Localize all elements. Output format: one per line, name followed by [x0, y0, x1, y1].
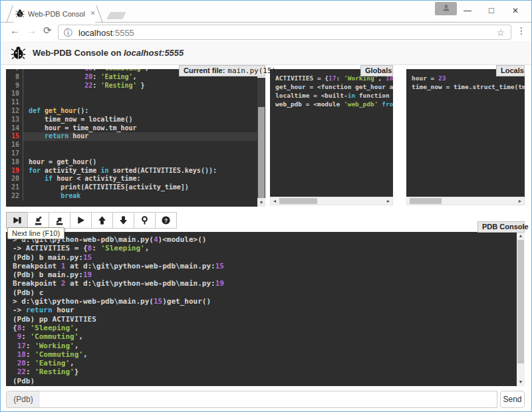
pdb-console-label: PDB Console — [477, 221, 525, 233]
scroll-down-icon[interactable]: ▼ — [257, 198, 265, 207]
code-text: def get_hour(): — [23, 107, 257, 116]
console-scrollbar[interactable]: ▲ ▼ — [517, 232, 525, 386]
code-text — [23, 141, 257, 150]
code-text: for activity_time in sorted(ACTIVITIES.k… — [23, 167, 257, 175]
reload-icon[interactable]: ⟳ — [43, 25, 52, 37]
step-into-button[interactable] — [27, 212, 49, 229]
locals-hscrollbar[interactable]: ◄ ► — [406, 197, 525, 205]
browser-toolbar: ← → ⟳ ⓘ localhost:5555 ☆ ⋮ — [1, 23, 531, 41]
code-lines: 7 18: 'Commuting',8 20: 'Eating',9 22: '… — [6, 69, 257, 201]
next-line-icon — [12, 215, 22, 225]
new-tab-button[interactable] — [106, 12, 126, 19]
address-bar[interactable]: ⓘ localhost:5555 ☆ — [58, 25, 511, 40]
code-line: 12def get_hour(): — [6, 107, 257, 116]
step-out-icon — [55, 215, 65, 225]
back-icon[interactable]: ← — [10, 25, 20, 36]
output-line: 9: 'Commuting', — [13, 332, 518, 341]
code-text — [23, 90, 257, 98]
line-number: 10 — [6, 90, 23, 98]
code-line: 13 time_now = localtime() — [6, 116, 257, 124]
minimize-button[interactable]: — — [456, 1, 479, 21]
browser-window: Web-PDB Console on loc × — □ ✕ ← → ⟳ ⓘ l… — [0, 0, 532, 412]
current-file-label: Current file:main.py(15) — [179, 65, 265, 76]
code-line: 17 — [6, 150, 257, 158]
help-icon: ? — [161, 215, 171, 225]
code-line: 19for activity_time in sorted(ACTIVITIES… — [6, 167, 257, 175]
maximize-button[interactable]: □ — [479, 1, 503, 21]
code-scrollbar[interactable]: ▲ ▼ — [257, 69, 265, 207]
svg-text:?: ? — [164, 217, 168, 224]
line-number: 18 — [6, 158, 23, 167]
tab-title: Web-PDB Console on loc — [28, 10, 85, 18]
app-header: Web-PDB Console on localhost:5555 — [1, 41, 531, 65]
code-scrollbar-thumb[interactable] — [258, 107, 265, 199]
output-line: time_now = time.struct_time(tm_yea — [412, 82, 519, 91]
pin-icon — [140, 215, 150, 225]
code-line: 20 if hour < activity_time: — [6, 175, 257, 183]
bookmark-star-icon[interactable]: ☆ — [496, 27, 505, 38]
globals-hscrollbar[interactable]: ◄ ► — [270, 197, 393, 205]
code-text: hour = get_hour() — [23, 158, 257, 167]
scroll-left-icon[interactable]: ◄ — [271, 197, 279, 205]
output-line: Breakpoint 1 at d:\git\python-web-pdb\ma… — [13, 262, 518, 270]
line-number: 22 — [6, 192, 23, 201]
breakpoint-line-number: 15 — [6, 132, 23, 141]
help-button[interactable]: ? — [155, 212, 177, 229]
line-number: 14 — [6, 124, 23, 133]
output-line: -> return hour — [13, 306, 518, 314]
output-line: 17: 'Working', — [13, 342, 518, 350]
pdb-prompt-addon: (Pdb) — [6, 391, 41, 408]
scroll-right-icon[interactable]: ► — [516, 197, 524, 205]
output-line: (Pdb) pp ACTIVITIES — [13, 315, 518, 324]
code-text — [23, 150, 257, 158]
window-controls: — □ ✕ — [456, 1, 527, 21]
code-text: time_now = localtime() — [23, 116, 257, 124]
return-button[interactable] — [49, 212, 70, 229]
up-button[interactable] — [91, 212, 113, 229]
continue-button[interactable] — [70, 212, 92, 229]
command-input[interactable] — [40, 391, 497, 408]
globals-panel: ACTIVITIES = {17: 'Working', 18: 'get_ho… — [270, 69, 393, 197]
next-line-button[interactable] — [6, 212, 28, 229]
code-line: 10 — [6, 90, 257, 98]
browser-menu-icon[interactable]: ⋮ — [517, 25, 526, 36]
down-button[interactable] — [112, 212, 134, 229]
tab-close-icon[interactable]: × — [90, 9, 95, 18]
forward-icon[interactable]: → — [27, 25, 37, 36]
url-port: :5555 — [112, 28, 134, 38]
line-number: 13 — [6, 116, 23, 124]
scroll-down-icon[interactable]: ▼ — [517, 378, 525, 386]
where-button[interactable] — [134, 212, 156, 229]
code-text: return hour — [23, 132, 257, 141]
locals-scrollbar-thumb[interactable] — [410, 198, 442, 204]
send-button[interactable]: Send — [500, 391, 525, 408]
output-line: > d:\git\python-web-pdb\main.py(15)get_h… — [13, 297, 518, 306]
profile-button[interactable] — [435, 2, 457, 15]
output-line: -> ACTIVITIES = {8: 'Sleeping', — [13, 244, 518, 253]
browser-tab[interactable]: Web-PDB Console on loc × — [14, 5, 95, 23]
scroll-right-icon[interactable]: ► — [384, 197, 392, 205]
debug-toolbar: ? — [6, 212, 177, 229]
output-line: {8: 'Sleeping', — [13, 324, 518, 332]
scroll-up-icon[interactable]: ▲ — [517, 232, 525, 240]
code-line: 9 22: 'Resting' } — [6, 82, 257, 90]
code-line: 16 — [6, 141, 257, 150]
bug-logo-icon — [11, 45, 26, 60]
output-line: (Pdb) b main.py:19 — [13, 270, 518, 279]
breakpoint-line-number: 19 — [6, 167, 23, 175]
output-line: 18: 'Commuting', — [13, 350, 518, 359]
close-button[interactable]: ✕ — [503, 1, 527, 21]
output-line: (Pdb) — [13, 377, 518, 385]
current-file-name: main.py(15) — [227, 66, 276, 75]
console-scrollbar-thumb[interactable] — [517, 240, 524, 363]
info-icon[interactable]: ⓘ — [64, 27, 72, 39]
code-line: 11 — [6, 98, 257, 107]
line-number: 11 — [6, 98, 23, 107]
globals-scrollbar-thumb[interactable] — [279, 198, 317, 204]
line-number: 17 — [6, 150, 23, 158]
bug-favicon-icon — [15, 9, 25, 18]
line-number: 16 — [6, 141, 23, 150]
globals-label: Globals — [360, 65, 393, 76]
code-text: if hour < activity_time: — [23, 175, 257, 183]
command-input-row: (Pdb) Send — [6, 391, 525, 408]
